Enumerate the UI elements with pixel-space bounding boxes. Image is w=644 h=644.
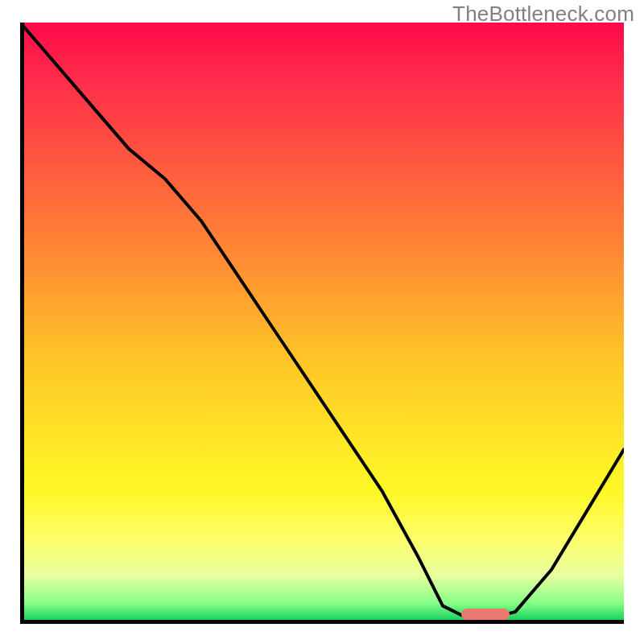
- x-axis-line: [20, 620, 624, 624]
- watermark-text: TheBottleneck.com: [452, 2, 634, 27]
- y-axis-line: [20, 23, 24, 624]
- optimum-marker: [461, 609, 510, 621]
- curve-path: [20, 23, 624, 618]
- bottleneck-curve: [20, 23, 624, 624]
- stage: TheBottleneck.com: [0, 0, 644, 644]
